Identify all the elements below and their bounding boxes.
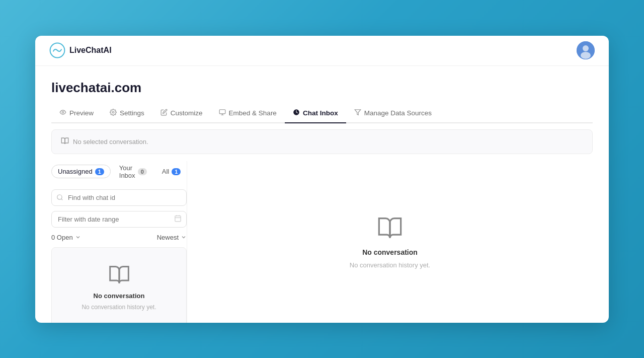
main-content: livechatai.com Preview Settings Customiz	[35, 66, 609, 323]
svg-point-3	[581, 52, 591, 59]
left-pane: Unassigned 1 Your Inbox 0 All 1	[51, 161, 187, 323]
no-conversation-subtitle-left: No conversation history yet.	[82, 304, 156, 311]
your-inbox-badge: 0	[138, 168, 147, 175]
sort-row: 0 Open Newest	[51, 233, 187, 242]
open-filter-button[interactable]: 0 Open	[51, 234, 81, 241]
right-pane: No conversation No conversation history …	[187, 161, 593, 323]
avatar	[577, 41, 595, 59]
no-conversation-subtitle-right: No conversation history yet.	[350, 261, 430, 269]
tab-manage-data-sources[interactable]: Manage Data Sources	[346, 105, 440, 123]
content-area: No selected conversation. Unassigned 1 Y…	[51, 123, 593, 323]
page-title: livechatai.com	[51, 80, 593, 96]
nav-tabs: Preview Settings Customize Embed & Share	[51, 105, 593, 123]
pencil-icon	[160, 109, 168, 117]
no-conversation-title-right: No conversation	[362, 248, 418, 256]
no-selected-bar: No selected conversation.	[51, 129, 593, 154]
search-input[interactable]	[51, 189, 187, 206]
svg-point-9	[57, 195, 62, 199]
date-filter-wrap	[51, 211, 187, 228]
brand: LiveChatAI	[49, 42, 112, 58]
chevron-down-icon-2	[181, 234, 187, 240]
book-icon-left	[108, 264, 130, 288]
newest-sort-button[interactable]: Newest	[157, 234, 187, 241]
tab-settings[interactable]: Settings	[102, 105, 152, 123]
book-small-icon	[61, 137, 69, 147]
svg-rect-10	[175, 216, 181, 221]
search-icon	[56, 194, 63, 201]
filter-icon	[354, 109, 361, 117]
gear-icon	[110, 109, 117, 117]
filter-tab-all[interactable]: All 1	[155, 165, 188, 178]
svg-rect-6	[219, 109, 225, 113]
calendar-icon	[174, 214, 182, 224]
no-conversation-left-panel: No conversation No conversation history …	[51, 247, 187, 323]
panes: Unassigned 1 Your Inbox 0 All 1	[51, 161, 593, 323]
main-window: LiveChatAI livechatai.com Preview	[35, 36, 609, 323]
svg-point-2	[583, 45, 589, 51]
search-wrap	[51, 189, 187, 206]
unassigned-badge: 1	[95, 168, 104, 175]
brand-name: LiveChatAI	[69, 46, 112, 55]
filter-tabs: Unassigned 1 Your Inbox 0 All 1	[51, 161, 187, 182]
filter-tab-your-inbox[interactable]: Your Inbox 0	[113, 161, 153, 182]
brand-logo-icon	[49, 42, 65, 58]
chevron-down-icon	[75, 234, 81, 240]
svg-point-4	[62, 111, 64, 113]
no-selected-text: No selected conversation.	[73, 138, 148, 146]
tab-preview[interactable]: Preview	[51, 105, 102, 123]
eye-icon	[59, 109, 66, 117]
clock-icon	[293, 109, 300, 117]
book-icon-right	[377, 215, 403, 243]
header: LiveChatAI	[35, 36, 609, 66]
svg-marker-8	[355, 109, 361, 115]
tab-embed-share[interactable]: Embed & Share	[211, 105, 285, 123]
tab-customize[interactable]: Customize	[152, 105, 211, 123]
no-conversation-title-left: No conversation	[94, 292, 145, 300]
user-avatar-icon	[577, 41, 595, 59]
date-filter-input[interactable]	[51, 211, 187, 228]
tab-chat-inbox[interactable]: Chat Inbox	[285, 105, 346, 123]
svg-point-5	[112, 111, 114, 113]
filter-tab-unassigned[interactable]: Unassigned 1	[51, 165, 111, 178]
embed-icon	[219, 109, 226, 117]
all-badge: 1	[172, 168, 181, 175]
